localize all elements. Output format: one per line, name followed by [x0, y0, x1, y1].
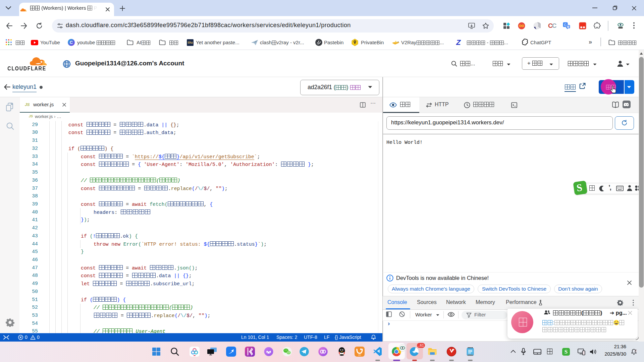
svg-text:C: C: [70, 40, 73, 45]
svg-text:UC: UC: [358, 354, 361, 356]
